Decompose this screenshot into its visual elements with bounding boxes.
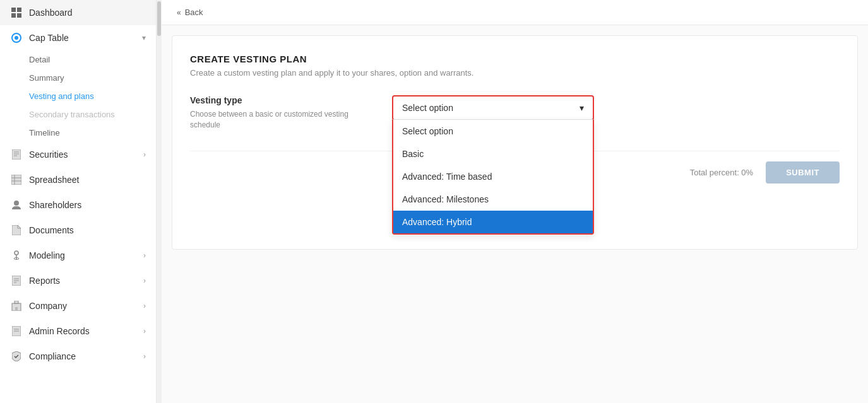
sidebar-item-spreadsheet-label: Spreadsheet — [29, 175, 146, 185]
compliance-icon — [10, 350, 23, 363]
sidebar-item-shareholders[interactable]: Shareholders — [0, 192, 156, 218]
svg-point-5 — [15, 36, 18, 40]
field-description: Choose between a basic or customized ves… — [190, 109, 367, 131]
sidebar-item-modeling[interactable]: Modeling › — [0, 243, 156, 268]
sidebar-item-summary[interactable]: Summary — [0, 69, 156, 87]
modeling-chevron: › — [143, 251, 146, 260]
sidebar-item-dashboard[interactable]: Dashboard — [0, 0, 156, 25]
sidebar-item-dashboard-label: Dashboard — [29, 8, 146, 18]
admin-records-chevron: › — [143, 327, 146, 336]
form-subtitle: Create a custom vesting plan and apply i… — [190, 68, 840, 78]
grid-icon — [10, 6, 23, 19]
company-chevron: › — [143, 301, 146, 310]
sidebar-item-admin-records[interactable]: Admin Records › — [0, 318, 156, 344]
sidebar-item-company-label: Company — [29, 301, 143, 311]
option-select[interactable]: Select option — [393, 120, 593, 143]
option-basic[interactable]: Basic — [393, 143, 593, 165]
vesting-type-row: Vesting type Choose between a basic or c… — [190, 95, 840, 131]
sidebar-item-shareholders-label: Shareholders — [29, 200, 146, 210]
svg-rect-0 — [11, 8, 16, 12]
scroll-thumb[interactable] — [157, 1, 161, 36]
sidebar: Dashboard Cap Table ▾ Detail Summary Ves… — [0, 0, 157, 403]
securities-icon — [10, 148, 23, 161]
back-label: Back — [185, 8, 203, 17]
field-label-col: Vesting type Choose between a basic or c… — [190, 95, 367, 131]
sidebar-item-compliance[interactable]: Compliance › — [0, 344, 156, 369]
documents-icon — [10, 224, 23, 237]
sidebar-item-vesting-plans[interactable]: Vesting and plans — [0, 87, 156, 105]
field-control-col: Select option ▾ Select option Basic Adva… — [392, 95, 840, 120]
svg-point-15 — [15, 251, 18, 255]
sidebar-item-admin-records-label: Admin Records — [29, 326, 143, 336]
securities-chevron: › — [143, 150, 146, 159]
svg-rect-6 — [12, 149, 21, 160]
select-chevron-icon: ▾ — [580, 103, 584, 113]
select-current-value: Select option — [402, 103, 453, 113]
total-percent-label: Total percent: 0% — [690, 168, 753, 177]
modeling-icon — [10, 249, 23, 262]
sidebar-item-detail[interactable]: Detail — [0, 50, 156, 69]
sidebar-item-timeline[interactable]: Timeline — [0, 124, 156, 142]
sidebar-item-securities[interactable]: Securities › — [0, 142, 156, 167]
option-time-based[interactable]: Advanced: Time based — [393, 165, 593, 188]
admin-records-icon — [10, 325, 23, 337]
cap-table-chevron: ▾ — [142, 33, 146, 42]
option-hybrid[interactable]: Advanced: Hybrid — [393, 211, 593, 233]
sidebar-item-documents[interactable]: Documents — [0, 218, 156, 243]
reports-icon — [10, 274, 23, 287]
scroll-track[interactable] — [157, 0, 162, 403]
vesting-type-select[interactable]: Select option ▾ Select option Basic Adva… — [392, 95, 594, 120]
sidebar-item-compliance-label: Compliance — [29, 351, 143, 361]
main-content: « Back CREATE VESTING PLAN Create a cust… — [162, 0, 868, 403]
sidebar-item-company[interactable]: Company › — [0, 293, 156, 318]
compliance-chevron: › — [143, 352, 146, 361]
select-display[interactable]: Select option ▾ — [393, 96, 593, 119]
svg-rect-1 — [17, 8, 21, 12]
spreadsheet-icon — [10, 173, 23, 186]
svg-rect-23 — [15, 301, 18, 303]
svg-rect-10 — [11, 175, 21, 185]
svg-point-14 — [14, 201, 19, 206]
option-milestones[interactable]: Advanced: Milestones — [393, 188, 593, 211]
back-bar: « Back — [162, 0, 868, 25]
company-icon — [10, 300, 23, 312]
cap-table-icon — [10, 32, 23, 44]
back-button[interactable]: « Back — [177, 8, 203, 17]
shareholders-icon — [10, 199, 23, 211]
sidebar-item-reports-label: Reports — [29, 276, 143, 286]
submit-button[interactable]: SUBMIT — [766, 161, 840, 184]
double-chevron-icon: « — [177, 8, 181, 17]
sidebar-item-modeling-label: Modeling — [29, 250, 143, 260]
sidebar-item-secondary-transactions[interactable]: Secondary transactions — [0, 105, 156, 124]
sidebar-item-securities-label: Securities — [29, 149, 143, 160]
sidebar-item-spreadsheet[interactable]: Spreadsheet — [0, 167, 156, 192]
svg-rect-24 — [15, 307, 18, 311]
sidebar-item-cap-table-label: Cap Table — [29, 33, 142, 43]
sidebar-item-cap-table[interactable]: Cap Table ▾ — [0, 25, 156, 50]
sidebar-item-reports[interactable]: Reports › — [0, 268, 156, 293]
create-vesting-plan-card: CREATE VESTING PLAN Create a custom vest… — [172, 35, 858, 250]
field-label: Vesting type — [190, 95, 367, 105]
sidebar-item-documents-label: Documents — [29, 225, 146, 235]
svg-rect-2 — [11, 13, 16, 18]
form-title: CREATE VESTING PLAN — [190, 54, 840, 64]
select-dropdown: Select option Basic Advanced: Time based… — [392, 119, 594, 235]
reports-chevron: › — [143, 276, 146, 285]
svg-rect-3 — [17, 13, 21, 18]
